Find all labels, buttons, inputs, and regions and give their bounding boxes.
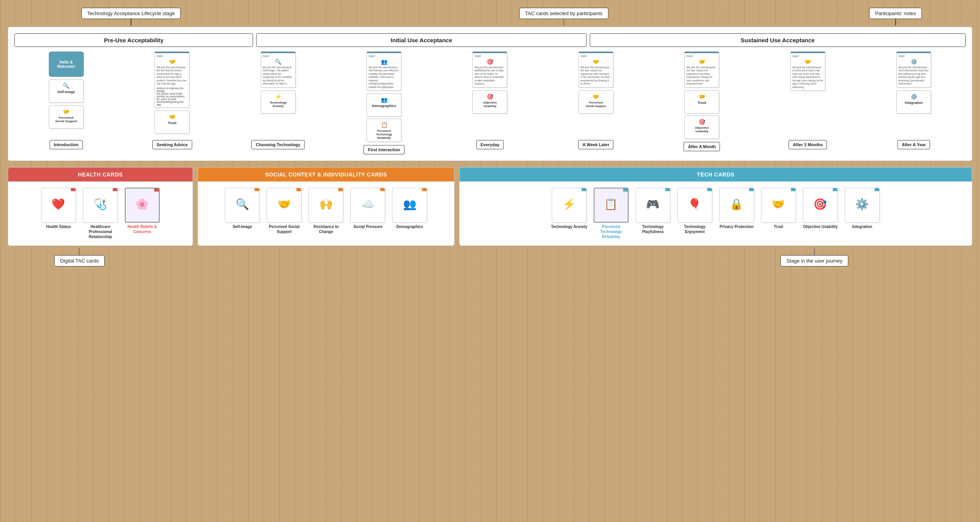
tac-card-obj-usability-inner[interactable]: 🎯 [803,188,838,223]
social-cards-row: 🔍 Self-Image 🤝 Perceived Social Support [198,181,454,240]
card-tab-red-2 [113,188,117,191]
tac-card-trust-tech-inner[interactable]: 🤝 [761,188,796,223]
tac-card-trust-tech[interactable]: 🤝 Trust [759,188,798,239]
mini-card-week[interactable]: Card 🤝 We pick the card because the user… [579,52,613,88]
card-label-social-week: PerceivedSocial Support [580,101,611,108]
tac-card-pressure-inner[interactable]: ☁️ [350,188,385,223]
tac-card-perceived-reliability[interactable]: 📋 Perceived Technology Reliability [592,188,630,239]
trust-month-icon: 🤝 [686,59,717,65]
stage-label-introduction: Introduction [50,140,83,149]
tech-anxiety-tac-label: Technology Anxiety [551,224,587,229]
mini-card-self-image-intro[interactable]: 🔍 Self-Image [49,80,84,103]
trust-tech-tac-label: Trust [774,224,783,229]
tac-card-integration-inner[interactable]: ⚙️ [845,188,880,223]
social-support-icon: 🤝 [51,109,82,115]
annotation-digital-tac: Digital TAC cards [54,255,105,266]
health-cards-panel: HEALTH CARDS ❤️ Health Status 🩺 [8,167,193,246]
self-image-tac-label: Self-Image [233,224,252,229]
stage-introduction: Hello & Welcome! 🔍 Self-Image 🤝 Perceive… [14,52,118,154]
card-text-4: We pick the card because facilitating th… [474,66,505,86]
tech-cards-panel: TECH CARDS ⚡ Technology Anxiety 📋 [459,167,972,246]
tac-card-integration-tech[interactable]: ⚙️ Integration [843,188,882,239]
tac-card-perceived-social[interactable]: 🤝 Perceived Social Support [265,188,303,234]
annotation-participants-notes: Participants' notes [869,8,922,19]
trust-icon: 🤝 [157,59,188,65]
mini-card-month[interactable]: Card 🤝 We pick the card because the user… [684,52,719,88]
integration-year-icon: ⚙️ [898,59,929,65]
tac-card-self-image[interactable]: 🔍 Self-Image [223,188,262,234]
card-tab-blue [582,188,586,191]
tac-card-healthcare-inner[interactable]: 🩺 [83,188,118,223]
card-label-obj-month: ObjectiveUsability [686,126,717,133]
card-label-trust: Trust [157,121,188,125]
tac-card-self-image-inner[interactable]: 🔍 [225,188,260,223]
tac-card-tech-anxiety[interactable]: ⚡ Technology Anxiety [550,188,589,239]
tac-card-social-pressure[interactable]: ☁️ Social Pressure [348,188,387,234]
usability-icon: 🎯 [474,59,505,65]
health-status-icon: ❤️ [52,199,65,210]
card-text-2: We pick the card because Self-Image: The… [263,66,294,86]
categories-section: HEALTH CARDS ❤️ Health Status 🩺 [8,167,972,246]
self-image-icon-2: 🔍 [263,59,294,65]
tech-anxiety-icon: ⚡ [263,93,294,100]
beliefs-label: Health Beliefs & Concerns [123,224,162,234]
tac-card-privacy-inner[interactable]: 🔒 [719,188,754,223]
card-text: We pick the card because the fact that t… [157,66,188,86]
tac-card-reliability-inner[interactable]: 📋 [594,188,629,223]
reliability-tac-label: Perceived Technology Reliability [592,224,630,239]
integration-year-small-icon: ⚙️ [898,93,929,100]
mini-card-3months[interactable]: Card 🤝 We pick the card because at some … [791,52,825,91]
tac-card-enjoyment[interactable]: 🎈 Technology Enjoyment [675,188,714,239]
integration-tac-icon: ⚙️ [855,199,869,210]
mini-card-obj-month[interactable]: 🎯 ObjectiveUsability [684,116,719,139]
mini-card-trust-month[interactable]: 🤝 Trust [684,90,719,114]
perceived-social-tac-icon: 🤝 [277,199,291,210]
mini-card-year[interactable]: Card ⚙️ We pick the card because Tech-in… [896,52,931,88]
mini-card-tech-anxiety[interactable]: ⚡ TechnologyAnxiety [261,90,296,114]
tac-card-health-status-inner[interactable]: ❤️ [41,188,76,223]
tac-card-beliefs-inner[interactable]: 🌸 [125,188,160,223]
mini-card-trust-seeking[interactable]: Card 🤝 We pick the card because the fact… [155,52,189,108]
tac-card-playfulness-inner[interactable]: 🎮 [636,188,670,223]
tac-card-demographics-social[interactable]: 👥 Demographics [390,188,429,234]
tac-card-resistance[interactable]: 🙌 Resistance to Change [307,188,345,234]
tac-card-demographics-inner[interactable]: 👥 [392,188,427,223]
phase-initial: Initial Use Acceptance [256,33,586,47]
mini-card-obj-usability[interactable]: 🎯 ObjectiveUsability [472,90,507,114]
obj-month-icon: 🎯 [686,119,717,125]
mini-card-selfimage-choosing[interactable]: Card 🔍 We pick the card because Self-Ima… [261,52,296,88]
tac-card-healthcare[interactable]: 🩺 Healthcare Professional Relationship [81,188,120,239]
tac-card-enjoyment-inner[interactable]: 🎈 [677,188,712,223]
card-text-5: We pick the card because the user shares… [580,66,611,86]
stage-label-year: After A Year [897,140,930,149]
mini-card-demographics[interactable]: Card 👥 We pick the card because Tech-lit… [367,52,401,91]
privacy-tac-label: Privacy Protection [720,224,754,229]
tac-card-tech-anxiety-inner[interactable]: ⚡ [552,188,587,223]
mini-card-social-support-week[interactable]: 🤝 PerceivedSocial Support [579,90,613,114]
card-label-trust-month: Trust [686,101,717,105]
tac-card-health-status[interactable]: ❤️ Health Status [39,188,78,239]
mini-card-social-support-intro[interactable]: 🤝 PerceivedSocial Support [49,105,84,129]
mini-card-demographics-label[interactable]: 👥 Demographics [367,93,401,117]
health-header: HEALTH CARDS [8,168,193,181]
tac-card-perceived-inner[interactable]: 🤝 [267,188,301,223]
mini-card-integration-year[interactable]: ⚙️ Integration [896,90,931,114]
social-cards-panel: SOCIAL CONTEXT & INDIVIDUALITY CARDS 🔍 S… [198,167,455,246]
mini-card-trust-label[interactable]: 🤝 Trust [155,111,189,134]
mini-card-perceived-reliability[interactable]: 📋 PerceivedTechnologyReliability [367,119,401,142]
tac-card-privacy[interactable]: 🔒 Privacy Protection [717,188,756,239]
annotation-lifecycle-stage: Technology Acceptance Lifecycle stage [81,8,181,19]
tac-card-health-beliefs[interactable]: 🌸 Health Beliefs & Concerns [123,188,162,239]
mini-card-everyday[interactable]: Card 🎯 We pick the card because facilita… [472,52,507,88]
bottom-annotations: Digital TAC cards Stage in the user jour… [8,252,972,266]
welcome-card: Hello & Welcome! [49,52,84,77]
tac-card-playfulness[interactable]: 🎮 Technology Playfulness [634,188,672,239]
tac-card-obj-usability[interactable]: 🎯 Objective Usability [801,188,840,239]
stage-label-seeking: Seeking Advice [152,140,192,149]
reliability-icon: 📋 [369,122,400,128]
card-tab-orange-3 [338,188,343,191]
annotation-user-journey: Stage in the user journey [780,255,848,266]
stage-year: Card ⚙️ We pick the card because Tech-in… [862,52,966,154]
tac-card-resistance-inner[interactable]: 🙌 [308,188,343,223]
self-image-tac-icon: 🔍 [236,199,249,210]
